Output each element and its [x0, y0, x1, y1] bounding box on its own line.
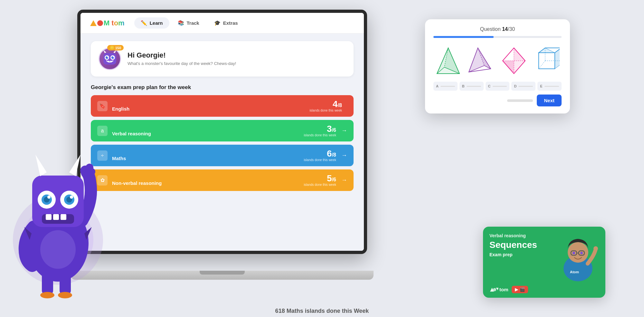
- learn-icon: ✏️: [141, 20, 147, 26]
- track-icon: 📚: [178, 20, 184, 26]
- nonverbal-subject-score: 5/6 islands done this week: [304, 174, 336, 186]
- next-button[interactable]: Next: [537, 95, 562, 106]
- extras-icon: 🎓: [214, 20, 221, 26]
- svg-point-6: [113, 57, 114, 58]
- svg-point-55: [40, 292, 54, 298]
- video-subtitle: Exam prep: [489, 252, 557, 257]
- nav-tab-track[interactable]: 📚 Track: [171, 17, 206, 29]
- logo-text: tom: [111, 19, 124, 27]
- video-logo-svg: [489, 287, 498, 292]
- svg-rect-53: [42, 272, 53, 294]
- option-e-line: [545, 86, 559, 87]
- maths-subject-name: Maths: [112, 156, 304, 162]
- option-a-line: [440, 86, 455, 87]
- svg-rect-74: [61, 214, 66, 220]
- learn-tab-label: Learn: [150, 20, 163, 26]
- track-tab-label: Track: [187, 20, 199, 26]
- option-a-label: A: [436, 84, 439, 88]
- english-score-label: islands done this week: [309, 109, 342, 112]
- nav-tabs: ✏️ Learn 📚 Track 🎓 Extras: [134, 17, 244, 29]
- monster-character: [10, 105, 106, 304]
- svg-marker-9: [103, 50, 106, 53]
- logo-triangle-icon: [90, 20, 97, 26]
- pink-diamond-svg: [501, 46, 527, 75]
- progress-bar-fill: [433, 36, 494, 38]
- shape-purple-pyramid: [466, 46, 496, 75]
- svg-marker-62: [69, 155, 80, 176]
- coin-icon: 🪙: [110, 46, 114, 50]
- nav-tab-learn[interactable]: ✏️ Learn: [134, 17, 169, 29]
- svg-text:Atom: Atom: [570, 270, 579, 274]
- verbal-arrow-icon: →: [341, 127, 347, 134]
- english-subject-score: 4/8 islands done this week: [309, 100, 342, 112]
- svg-marker-22: [469, 48, 484, 72]
- option-b-label: B: [462, 84, 465, 88]
- video-logo: tom: [489, 287, 508, 292]
- avatar-container: 🪙 150: [99, 48, 121, 70]
- play-button[interactable]: ▶ 🎬: [512, 286, 528, 293]
- answer-blank: [507, 99, 533, 102]
- screen-content: M tom ✏️ Learn 📚 Track 🎓: [80, 13, 364, 251]
- stats-banner: 618 Maths islands done this Week: [275, 308, 369, 314]
- scene: M tom ✏️ Learn 📚 Track 🎓: [0, 0, 644, 317]
- verbal-score-label: islands done this week: [304, 133, 336, 137]
- purple-pyramid-svg: [468, 46, 494, 75]
- svg-line-36: [539, 61, 545, 69]
- question-current: 14: [502, 26, 508, 32]
- question-card: Question 14/30: [425, 19, 570, 113]
- nav-tab-extras[interactable]: 🎓 Extras: [208, 17, 244, 29]
- video-person-svg: Atom: [557, 233, 599, 281]
- svg-point-69: [47, 195, 51, 199]
- video-card: Verbal reasoning Sequences Exam prep: [483, 227, 605, 298]
- shapes-container: [433, 43, 562, 82]
- answer-option-a[interactable]: A: [433, 82, 458, 91]
- question-total: 30: [509, 26, 515, 32]
- nonverbal-score-label: islands done this week: [304, 183, 336, 186]
- joke-text: What's a monster's favourite day of the …: [128, 61, 236, 67]
- plan-title: Georgie's exam prep plan for the week: [91, 84, 354, 91]
- video-logo-text: tom: [499, 287, 508, 292]
- english-subject-name: English: [112, 106, 309, 112]
- extras-tab-label: Extras: [223, 20, 238, 26]
- subject-card-nonverbal[interactable]: ✿ Non-verbal reasoning 5/6 islands done …: [91, 169, 354, 191]
- verbal-subject-name: Verbal reasoning: [112, 131, 304, 137]
- video-title: Sequences: [489, 240, 557, 250]
- svg-rect-7: [108, 61, 109, 62]
- verbal-score-total: /6: [332, 127, 336, 133]
- svg-marker-33: [555, 48, 560, 69]
- svg-marker-34: [539, 48, 555, 53]
- maths-score-number: 6/8: [327, 149, 336, 158]
- svg-point-45: [593, 246, 598, 251]
- subject-card-maths[interactable]: ÷ Maths 6/8 islands done this week →: [91, 145, 354, 166]
- question-footer: Next: [433, 95, 562, 106]
- svg-point-44: [580, 252, 583, 254]
- logo: M tom: [90, 19, 125, 27]
- nonverbal-arrow-icon: →: [341, 177, 347, 184]
- answer-option-e[interactable]: E: [537, 82, 562, 91]
- video-category: Verbal reasoning: [489, 233, 557, 238]
- laptop-screen: M tom ✏️ Learn 📚 Track 🎓: [77, 10, 367, 254]
- english-score-total: /8: [338, 103, 342, 108]
- answer-option-c[interactable]: C: [486, 82, 510, 91]
- svg-point-59: [88, 168, 95, 175]
- maths-arrow-icon: →: [341, 152, 347, 159]
- main-content: 🪙 150 Hi Georgie! What's a monster's fav…: [80, 33, 364, 251]
- shape-green-pyramid: [433, 46, 463, 75]
- svg-rect-54: [60, 272, 71, 294]
- subject-card-verbal[interactable]: a Verbal reasoning 3/6 islands done this…: [91, 120, 354, 141]
- maths-score-label: islands done this week: [304, 158, 336, 162]
- laptop-container: M tom ✏️ Learn 📚 Track 🎓: [77, 10, 367, 286]
- svg-rect-72: [46, 214, 52, 220]
- answer-option-b[interactable]: B: [459, 82, 484, 91]
- verbal-subject-score: 3/6 islands done this week: [304, 124, 336, 137]
- svg-point-56: [58, 292, 72, 298]
- monster-avatar-svg: [101, 50, 119, 68]
- svg-marker-27: [514, 48, 525, 61]
- svg-point-5: [107, 57, 108, 58]
- coin-count: 150: [115, 46, 121, 50]
- subject-card-english[interactable]: 🔖 English 4/8 islands done this week: [91, 95, 354, 117]
- option-b-line: [467, 86, 481, 87]
- svg-rect-30: [539, 53, 555, 69]
- question-header: Question 14/30: [433, 26, 562, 32]
- answer-option-d[interactable]: D: [511, 82, 535, 91]
